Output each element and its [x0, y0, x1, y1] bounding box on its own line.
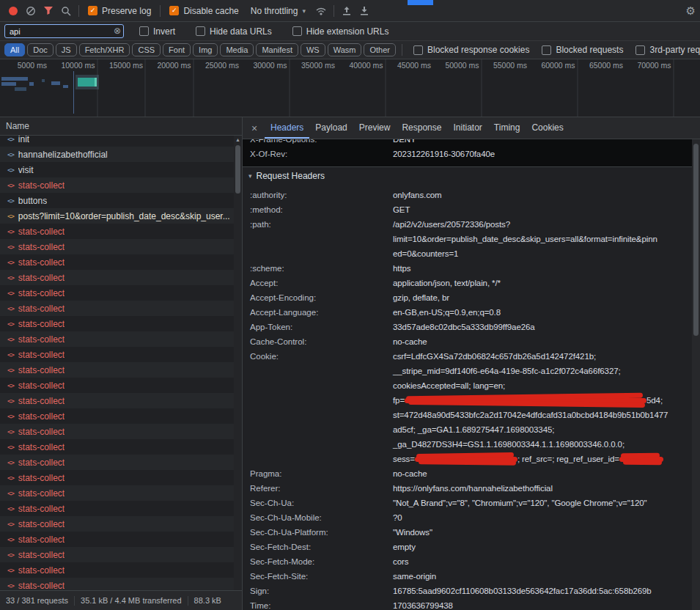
- type-filter-chip[interactable]: Wasm: [328, 43, 362, 56]
- header-value: no-cache: [393, 466, 692, 481]
- request-row[interactable]: <> stats-collect: [0, 424, 234, 439]
- details-tab[interactable]: Initiator: [447, 117, 487, 139]
- header-value: onlyfans.com: [393, 188, 692, 202]
- disable-cache-checkbox[interactable]: ✓ Disable cache: [169, 6, 238, 16]
- request-row[interactable]: <> stats-collect: [0, 347, 234, 362]
- request-row[interactable]: <> stats-collect: [0, 285, 234, 301]
- name-column-header[interactable]: Name: [0, 117, 242, 136]
- close-icon[interactable]: ×: [246, 122, 263, 134]
- request-row[interactable]: <> stats-collect: [0, 393, 234, 408]
- checkbox-checked-icon[interactable]: ✓: [88, 6, 97, 15]
- throttling-dropdown[interactable]: No throttling ▾: [251, 6, 306, 16]
- details-tab[interactable]: Cookies: [526, 117, 569, 139]
- network-filter-input[interactable]: [4, 24, 124, 38]
- request-row[interactable]: <> stats-collect: [0, 439, 234, 455]
- checkbox-unchecked-icon[interactable]: [292, 26, 302, 36]
- request-row[interactable]: <> stats-collect: [0, 532, 234, 547]
- details-tab[interactable]: Preview: [353, 117, 397, 139]
- type-filter-chip[interactable]: All: [4, 43, 25, 56]
- type-filter-chip[interactable]: Other: [364, 43, 396, 56]
- request-name: stats-collect: [18, 381, 65, 391]
- request-row[interactable]: <> stats-collect: [0, 254, 234, 270]
- checkbox-unchecked-icon[interactable]: [413, 45, 423, 55]
- preserve-log-checkbox[interactable]: ✓ Preserve log: [88, 6, 151, 16]
- request-name: stats-collect: [18, 504, 65, 514]
- scrollbar-thumb[interactable]: [235, 145, 240, 194]
- request-row[interactable]: <> stats-collect: [0, 562, 234, 578]
- header-value: "Windows": [393, 525, 692, 540]
- request-row[interactable]: <> stats-collect: [0, 516, 234, 532]
- waterfall-bar: [42, 79, 45, 82]
- request-row[interactable]: <> stats-collect: [0, 578, 234, 590]
- request-row[interactable]: <> visit: [0, 162, 234, 177]
- type-filter-chip[interactable]: Media: [220, 43, 254, 56]
- request-row[interactable]: <> posts?limit=10&order=publish_date_des…: [0, 208, 234, 224]
- request-row[interactable]: <> stats-collect: [0, 378, 234, 393]
- clear-filter-icon[interactable]: ⊗: [114, 26, 121, 36]
- type-filter-chip[interactable]: Font: [163, 43, 191, 56]
- request-row[interactable]: <> stats-collect: [0, 485, 234, 501]
- gear-icon[interactable]: ⚙: [686, 4, 696, 18]
- request-row[interactable]: <> stats-collect: [0, 470, 234, 485]
- hide-data-urls-checkbox[interactable]: Hide data URLs: [196, 26, 272, 37]
- request-headers-section-header[interactable]: ▾ Request Headers: [243, 167, 692, 185]
- details-tab[interactable]: Headers: [265, 117, 309, 139]
- request-row[interactable]: <> stats-collect: [0, 239, 234, 254]
- details-tab[interactable]: Payload: [309, 117, 353, 139]
- clear-button[interactable]: [22, 2, 40, 20]
- invert-checkbox[interactable]: Invert: [139, 26, 175, 37]
- blocked-response-cookies-checkbox[interactable]: Blocked response cookies: [413, 45, 529, 55]
- request-row[interactable]: <> stats-collect: [0, 270, 234, 285]
- file-code-icon: <>: [7, 444, 14, 451]
- type-filter-chip[interactable]: Img: [193, 43, 218, 56]
- request-name: stats-collect: [18, 427, 65, 437]
- type-filter-chip[interactable]: CSS: [132, 43, 161, 56]
- request-row[interactable]: <> init: [0, 136, 234, 147]
- record-button[interactable]: [4, 2, 22, 20]
- file-code-icon: <>: [7, 290, 14, 297]
- type-filter-chip[interactable]: WS: [301, 43, 325, 56]
- request-row[interactable]: <> stats-collect: [0, 501, 234, 516]
- type-filter-chip[interactable]: JS: [56, 43, 77, 56]
- request-row[interactable]: <> stats-collect: [0, 331, 234, 347]
- checkbox-unchecked-icon[interactable]: [196, 26, 205, 36]
- request-row[interactable]: <> stats-collect: [0, 177, 234, 193]
- clipped-header-row: X-Frame-Options: DENY: [243, 139, 692, 147]
- request-row[interactable]: <> buttons: [0, 193, 234, 208]
- hide-extension-urls-checkbox[interactable]: Hide extension URLs: [292, 26, 389, 37]
- checkbox-unchecked-icon[interactable]: [542, 45, 551, 55]
- details-tab[interactable]: Timing: [488, 117, 526, 139]
- request-row[interactable]: <> stats-collect: [0, 224, 234, 239]
- checkbox-unchecked-icon[interactable]: [635, 45, 645, 55]
- request-row[interactable]: <> stats-collect: [0, 547, 234, 562]
- request-row[interactable]: <> stats-collect: [0, 408, 234, 424]
- request-row[interactable]: <> stats-collect: [0, 455, 234, 470]
- request-details-pane: × Headers Payload Preview Response Initi…: [243, 117, 700, 610]
- search-button[interactable]: [57, 2, 75, 20]
- timeline-overview[interactable]: 5000 ms10000 ms15000 ms20000 ms25000 ms3…: [0, 59, 700, 117]
- third-party-requests-checkbox[interactable]: 3rd-party requests: [635, 45, 700, 55]
- details-scrollbar[interactable]: [692, 139, 700, 610]
- type-filter-chip[interactable]: Fetch/XHR: [79, 43, 130, 56]
- scrollbar-thumb[interactable]: [693, 144, 699, 336]
- blocked-requests-checkbox[interactable]: Blocked requests: [542, 45, 623, 55]
- scroll-up-icon[interactable]: ▲: [235, 136, 240, 144]
- request-row[interactable]: <> stats-collect: [0, 316, 234, 331]
- request-name: visit: [18, 165, 34, 175]
- filter-button[interactable]: [40, 2, 57, 20]
- request-list-scrollbar[interactable]: ▲: [234, 136, 242, 590]
- request-row[interactable]: <> hannahelizabethofficial: [0, 147, 234, 162]
- checkbox-checked-icon[interactable]: ✓: [169, 6, 179, 15]
- type-filter-chip[interactable]: Manifest: [256, 43, 298, 56]
- network-conditions-button[interactable]: [312, 2, 330, 20]
- file-code-icon: <>: [7, 551, 14, 559]
- checkbox-unchecked-icon[interactable]: [139, 26, 149, 36]
- overview-bars: [0, 59, 700, 117]
- import-har-button[interactable]: [338, 2, 355, 20]
- details-tab[interactable]: Response: [396, 117, 447, 139]
- file-code-icon: <>: [7, 166, 14, 174]
- request-row[interactable]: <> stats-collect: [0, 301, 234, 316]
- request-row[interactable]: <> stats-collect: [0, 362, 234, 378]
- type-filter-chip[interactable]: Doc: [27, 43, 54, 56]
- export-har-button[interactable]: [355, 2, 373, 20]
